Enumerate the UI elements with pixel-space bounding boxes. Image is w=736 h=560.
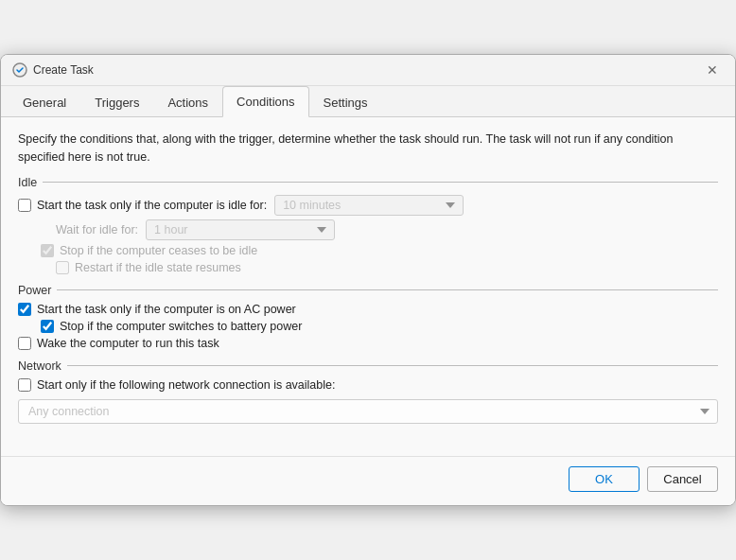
- title-bar: Create Task ✕: [1, 55, 735, 86]
- title-bar-left: Create Task: [12, 62, 94, 78]
- stop-battery-text: Stop if the computer switches to battery…: [60, 320, 302, 333]
- wake-row: Wake the computer to run this task: [18, 337, 718, 350]
- start-ac-checkbox[interactable]: [18, 303, 31, 316]
- tab-actions[interactable]: Actions: [153, 86, 222, 117]
- stop-battery-checkbox[interactable]: [41, 320, 54, 333]
- idle-section-header: Idle: [18, 176, 718, 189]
- start-idle-group: Start the task only if the computer is i…: [18, 195, 464, 216]
- tab-bar: General Triggers Actions Conditions Sett…: [1, 86, 735, 117]
- network-row: Start only if the following network conn…: [18, 378, 718, 392]
- tab-triggers[interactable]: Triggers: [80, 86, 153, 117]
- cancel-button[interactable]: Cancel: [647, 466, 718, 492]
- start-ac-label[interactable]: Start the task only if the computer is o…: [18, 303, 296, 316]
- restart-idle-label[interactable]: Restart if the idle state resumes: [56, 261, 241, 274]
- start-idle-row: Start the task only if the computer is i…: [18, 195, 718, 216]
- dialog-title: Create Task: [33, 63, 94, 77]
- power-section-header: Power: [18, 284, 718, 297]
- restart-idle-checkbox[interactable]: [56, 261, 69, 274]
- start-idle-label[interactable]: Start the task only if the computer is i…: [18, 199, 267, 212]
- wait-idle-row: Wait for idle for: 1 hour 30 minutes 2 h…: [18, 219, 718, 240]
- restart-idle-text: Restart if the idle state resumes: [75, 261, 241, 274]
- description-text: Specify the conditions that, along with …: [18, 131, 718, 166]
- tab-conditions[interactable]: Conditions: [222, 86, 308, 117]
- stop-battery-row: Stop if the computer switches to battery…: [18, 320, 718, 333]
- start-idle-checkbox[interactable]: [18, 199, 31, 212]
- idle-duration-dropdown[interactable]: 10 minutes 1 minute 5 minutes 15 minutes…: [274, 195, 464, 216]
- idle-divider: [43, 182, 718, 183]
- wake-checkbox[interactable]: [18, 337, 31, 350]
- wait-idle-dropdown[interactable]: 1 hour 30 minutes 2 hours: [146, 219, 335, 240]
- network-connection-dropdown[interactable]: Any connection: [18, 399, 718, 424]
- stop-idle-checkbox[interactable]: [41, 244, 54, 257]
- wake-text: Wake the computer to run this task: [37, 337, 219, 350]
- footer: OK Cancel: [1, 456, 735, 505]
- power-label: Power: [18, 284, 51, 297]
- network-divider: [67, 365, 718, 366]
- tab-settings[interactable]: Settings: [309, 86, 382, 117]
- close-button[interactable]: ✕: [701, 61, 724, 79]
- network-label: Network: [18, 359, 61, 373]
- network-section-header: Network: [18, 359, 718, 373]
- tab-general[interactable]: General: [9, 86, 80, 117]
- network-label-check[interactable]: Start only if the following network conn…: [18, 378, 335, 392]
- stop-idle-label[interactable]: Stop if the computer ceases to be idle: [41, 244, 257, 257]
- start-ac-text: Start the task only if the computer is o…: [37, 303, 296, 316]
- power-divider: [57, 289, 718, 290]
- ok-button[interactable]: OK: [569, 466, 640, 492]
- wait-idle-label: Wait for idle for:: [18, 223, 138, 236]
- start-ac-row: Start the task only if the computer is o…: [18, 303, 718, 316]
- start-idle-text: Start the task only if the computer is i…: [37, 199, 267, 212]
- wake-label[interactable]: Wake the computer to run this task: [18, 337, 219, 350]
- restart-idle-row: Restart if the idle state resumes: [18, 261, 718, 274]
- app-icon: [12, 62, 27, 78]
- stop-idle-text: Stop if the computer ceases to be idle: [60, 244, 257, 257]
- stop-idle-row: Stop if the computer ceases to be idle: [18, 244, 718, 257]
- dialog-window: Create Task ✕ General Triggers Actions C…: [0, 54, 736, 506]
- network-text: Start only if the following network conn…: [37, 378, 335, 392]
- content-area: Specify the conditions that, along with …: [1, 117, 735, 437]
- network-checkbox[interactable]: [18, 378, 31, 392]
- stop-battery-label[interactable]: Stop if the computer switches to battery…: [41, 320, 302, 333]
- idle-label: Idle: [18, 176, 37, 189]
